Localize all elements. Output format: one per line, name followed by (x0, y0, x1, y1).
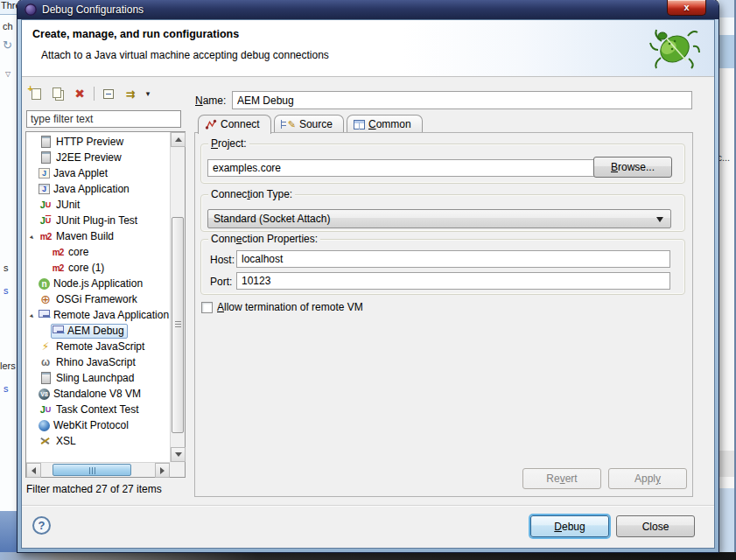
server-icon (39, 135, 53, 149)
filter-icon: ⇉ (126, 88, 136, 101)
maven-icon: m2 (51, 261, 65, 275)
filter-status-text: Filter matched 27 of 27 items (26, 483, 162, 495)
scroll-right-button[interactable] (155, 463, 170, 478)
host-label: Host: (210, 254, 235, 266)
configurations-tree: HTTP Preview J2EE Preview JJava Applet J… (25, 131, 186, 478)
name-input[interactable] (232, 91, 692, 109)
allow-termination-label: Allow termination of remote VM (217, 301, 363, 313)
tree-item[interactable]: ⚡Remote JavaScript (26, 339, 170, 354)
tree-item-label: Remote Java Application (53, 309, 169, 321)
tab-connect[interactable]: Connect (198, 115, 271, 134)
connection-type-label: Connection Type: (208, 188, 295, 200)
tree-item-label: OSGi Framework (56, 293, 137, 305)
help-button[interactable]: ? (32, 516, 51, 535)
background-band (718, 0, 734, 18)
tree-item[interactable]: ωRhino JavaScript (26, 354, 170, 370)
maven-icon: m2 (51, 245, 65, 259)
remote-java-icon (53, 326, 64, 333)
background-band (718, 18, 734, 35)
browse-button[interactable]: Browse... (593, 157, 672, 178)
tree-item[interactable]: J2EE Preview (26, 150, 170, 165)
v8-icon: V8 (39, 388, 50, 400)
tree-item[interactable]: XSL (26, 433, 170, 449)
scroll-up-button[interactable] (171, 132, 186, 147)
background-band (718, 35, 734, 68)
selection-highlight: AEM Debug (51, 324, 128, 339)
tree-item-label: Java Application (53, 183, 130, 195)
chevron-down-icon: ▽ (5, 70, 11, 78)
host-input[interactable] (236, 250, 670, 268)
delete-configuration-button[interactable]: ✖ (70, 84, 89, 103)
allow-termination-checkbox[interactable] (201, 302, 213, 313)
table-icon (354, 120, 365, 130)
filter-configurations-button[interactable]: ⇉ (121, 84, 140, 103)
tree-item[interactable]: ⊕OSGi Framework (26, 291, 170, 307)
tree-expanded-icon[interactable]: ▸ (28, 312, 36, 320)
background-bottom-strip (0, 552, 736, 560)
scrollbar-thumb[interactable] (172, 217, 184, 433)
toolbar-separator (94, 87, 95, 101)
tab-source[interactable]: ✎ Source (274, 115, 344, 133)
tree-item-label: core (1) (68, 262, 104, 274)
scrollbar-thumb[interactable] (53, 464, 131, 476)
debug-button[interactable]: Debug (530, 515, 609, 537)
pencil-icon: ✎ (288, 119, 296, 130)
tree-item[interactable]: ▸m2Maven Build (26, 228, 170, 244)
tree-item[interactable]: JUnit Plug-in Test (26, 213, 170, 228)
tree-viewport[interactable]: HTTP Preview J2EE Preview JJava Applet J… (26, 132, 170, 462)
tree-item[interactable]: m2core (26, 244, 170, 260)
close-icon[interactable]: x (667, 0, 706, 16)
tree-item-selected[interactable]: AEM Debug (26, 323, 170, 339)
project-input[interactable] (207, 159, 599, 177)
tree-item-label: Sling Launchpad (56, 372, 134, 384)
project-label: Project: (208, 137, 249, 150)
footer-separator (22, 505, 714, 506)
tree-item-label: Maven Build (56, 230, 114, 242)
connection-type-dropdown[interactable]: Standard (Socket Attach) (207, 209, 671, 228)
tree-item[interactable]: Sling Launchpad (26, 370, 170, 386)
close-button[interactable]: Close (616, 515, 695, 537)
tree-item[interactable]: Task Context Test (26, 402, 170, 417)
connection-properties-group: Connection Properties: Host: Port: (200, 239, 685, 295)
question-mark-icon: ? (39, 519, 46, 532)
background-text-fragment: lers (0, 360, 16, 371)
tree-item[interactable]: nNode.js Application (26, 276, 170, 291)
tab-common[interactable]: Common (347, 115, 423, 133)
scrollbar-corner (170, 462, 185, 477)
filter-input[interactable] (26, 110, 181, 128)
background-band (718, 451, 734, 477)
tree-item[interactable]: JJava Applet (26, 165, 170, 181)
collapse-all-button[interactable] (99, 84, 118, 103)
duplicate-configuration-button[interactable] (48, 84, 67, 103)
tree-item[interactable]: WebKit Protocol (26, 417, 170, 433)
scroll-left-button[interactable] (26, 463, 41, 478)
new-document-icon (32, 88, 41, 100)
tree-item-label: Java Applet (53, 167, 108, 179)
tree-vertical-scrollbar[interactable] (170, 132, 185, 462)
chevron-down-icon: ▾ (146, 89, 151, 98)
port-input[interactable] (236, 272, 670, 290)
tree-item[interactable]: ▸Remote Java Application (26, 307, 170, 323)
tree-horizontal-scrollbar[interactable] (26, 462, 170, 477)
apply-button[interactable]: Apply (608, 468, 687, 489)
tree-item-label: Node.js Application (53, 277, 143, 290)
tree-item-label: JUnit Plug-in Test (56, 214, 137, 227)
toolbar-menu-button[interactable]: ▾ (143, 84, 153, 103)
revert-button[interactable]: Revert (522, 468, 601, 489)
connection-type-value: Standard (Socket Attach) (214, 213, 330, 225)
tree-item[interactable]: JUnit (26, 197, 170, 213)
tree-item[interactable]: m2core (1) (26, 260, 170, 276)
connect-tab-content: Project: Browse... Connection Type: Stan… (194, 132, 693, 497)
tree-expanded-icon[interactable]: ▸ (28, 234, 36, 242)
refresh-icon: ↻ (3, 38, 12, 52)
configurations-toolbar: ✖ ⇉ ▾ (26, 83, 153, 104)
port-label: Port: (210, 276, 232, 288)
tree-item-label: HTTP Preview (56, 136, 123, 148)
title-bar[interactable]: Debug Configurations x (18, 0, 718, 19)
new-configuration-button[interactable] (26, 84, 46, 103)
scroll-down-button[interactable] (171, 447, 186, 462)
tree-item[interactable]: HTTP Preview (26, 134, 170, 150)
tree-item[interactable]: V8Standalone V8 VM (26, 386, 170, 402)
eclipse-app-icon (25, 4, 37, 16)
tree-item[interactable]: JJava Application (26, 181, 170, 197)
